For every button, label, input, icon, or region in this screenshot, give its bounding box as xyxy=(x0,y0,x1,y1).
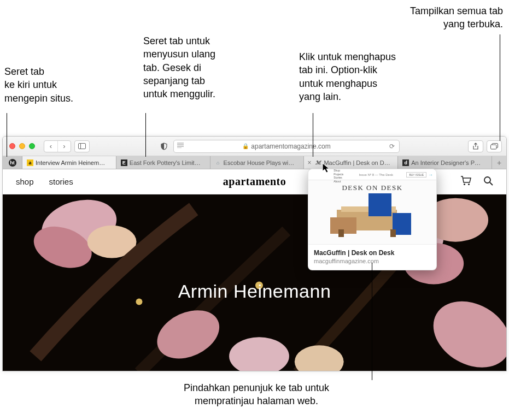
pinned-tab[interactable]: ht xyxy=(3,156,22,169)
tab-title: Escobar House Plays wi… xyxy=(224,159,295,166)
preview-thumbnail: MacGuffin Magazine Shop Projects Stories… xyxy=(308,169,436,245)
thumb-issue: Issue Nº 8 — The Desk xyxy=(359,173,393,176)
svg-point-8 xyxy=(464,184,465,185)
nav-shop[interactable]: shop xyxy=(16,177,34,186)
address-text: apartamentomagazine.com xyxy=(251,143,330,150)
favicon-icon: a xyxy=(27,159,33,166)
preview-title: MacGuffin | Desk on Desk xyxy=(314,249,431,257)
callout-line xyxy=(313,113,313,157)
shield-icon xyxy=(160,143,168,150)
site-logo[interactable]: apartamento xyxy=(223,175,286,188)
favicon-icon: ℳ xyxy=(315,159,321,166)
callout-line xyxy=(7,113,7,157)
svg-point-10 xyxy=(484,177,490,183)
thumb-brand: MacGuffin xyxy=(312,169,330,170)
close-window-button[interactable] xyxy=(9,143,15,149)
tab-1[interactable]: E East Fork Pottery's Limit… xyxy=(116,156,210,169)
callout-reorder: Seret tab untuk menyusun ulang tab. Gese… xyxy=(143,34,215,100)
sidebar-button[interactable] xyxy=(74,140,90,152)
thumb-desk-illustration xyxy=(319,193,425,237)
preview-url: macguffinmagazine.com xyxy=(314,258,431,264)
callout-line xyxy=(500,34,500,141)
svg-rect-0 xyxy=(79,144,86,149)
tab-preview-popover: MacGuffin Magazine Shop Projects Stories… xyxy=(308,169,437,270)
favicon-icon: ⌂ xyxy=(215,159,221,166)
nav-stories[interactable]: stories xyxy=(49,177,73,186)
share-button[interactable] xyxy=(468,140,483,152)
tab-title: An Interior Designer's P… xyxy=(411,159,481,166)
search-icon[interactable] xyxy=(483,176,493,188)
nav-buttons: ‹ › xyxy=(44,140,71,152)
svg-line-11 xyxy=(490,182,493,185)
privacy-button[interactable] xyxy=(158,140,170,152)
callout-showall: Tampilkan semua tab yang terbuka. xyxy=(391,4,503,31)
sidebar-icon xyxy=(78,143,86,149)
toolbar: ‹ › 🔒 apartamentomagazine.com ⟳ xyxy=(3,137,506,156)
tab-4[interactable]: d An Interior Designer's P… xyxy=(398,156,492,169)
arrow-icon: → xyxy=(428,172,433,178)
thumb-sidelinks: Magazine Shop Projects Stories About xyxy=(334,169,346,183)
tab-3[interactable]: × ℳ MacGuffin | Desk on De… xyxy=(304,156,398,169)
reload-icon[interactable]: ⟳ xyxy=(389,143,395,150)
window-controls xyxy=(9,143,35,149)
svg-rect-7 xyxy=(491,145,497,149)
back-button[interactable]: ‹ xyxy=(44,141,57,152)
tab-title: East Fork Pottery's Limit… xyxy=(130,159,201,166)
tab-0[interactable]: a Interview Armin Heinem… xyxy=(22,156,116,169)
address-bar[interactable]: 🔒 apartamentomagazine.com ⟳ xyxy=(173,140,400,153)
callout-line xyxy=(145,113,146,157)
forward-button[interactable]: › xyxy=(57,141,71,152)
favicon-icon: d xyxy=(402,159,409,166)
lock-icon: 🔒 xyxy=(242,143,249,149)
svg-point-24 xyxy=(136,298,142,305)
callout-pin: Seret tab ke kiri untuk mengepin situs. xyxy=(4,65,73,105)
tabs-icon xyxy=(490,143,498,150)
pinned-favicon: ht xyxy=(9,159,16,167)
tab-title: Interview Armin Heinem… xyxy=(36,159,105,166)
tab-2[interactable]: ⌂ Escobar House Plays wi… xyxy=(210,156,305,169)
tab-title: MacGuffin | Desk on De… xyxy=(324,159,393,166)
hero-title: Armin Heinemann xyxy=(178,281,331,302)
share-icon xyxy=(472,143,479,150)
favicon-icon: E xyxy=(121,159,127,166)
svg-point-9 xyxy=(468,184,470,185)
new-tab-button[interactable]: + xyxy=(492,156,506,169)
close-tab-icon[interactable]: × xyxy=(307,159,311,167)
minimize-window-button[interactable] xyxy=(19,143,25,149)
preview-meta: MacGuffin | Desk on Desk macguffinmagazi… xyxy=(308,245,436,270)
show-all-tabs-button[interactable] xyxy=(487,140,502,152)
callout-hover: Pindahkan penunjuk ke tab untuk memprati… xyxy=(103,381,409,408)
callout-close: Klik untuk menghapus tab ini. Option-kli… xyxy=(299,50,396,103)
maximize-window-button[interactable] xyxy=(29,143,35,149)
thumb-buy-button: BUY ISSUE xyxy=(406,172,426,178)
tab-bar: ht a Interview Armin Heinem… E East Fork… xyxy=(3,156,506,169)
cart-icon[interactable] xyxy=(460,176,471,188)
reader-icon[interactable] xyxy=(177,142,184,150)
callout-line xyxy=(372,263,372,380)
site-nav: shop stories xyxy=(16,177,73,186)
